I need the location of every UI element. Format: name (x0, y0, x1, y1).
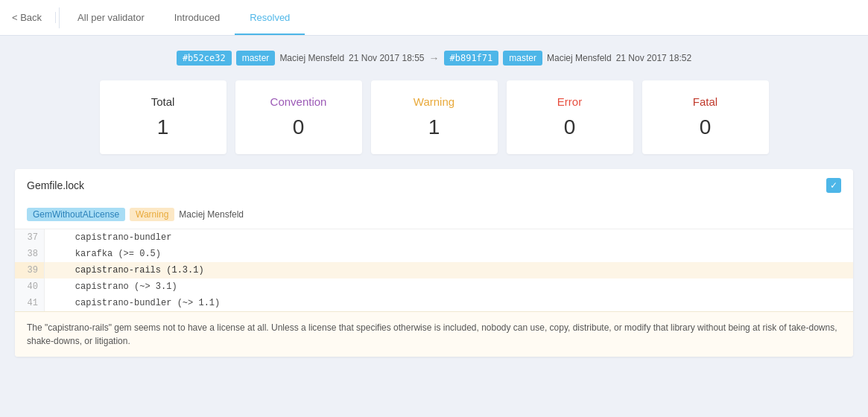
line-content: capistrano (~> 3.1) (45, 278, 853, 295)
line-number: 39 (15, 262, 45, 278)
code-line: 41 capistrano-bundler (~> 1.1) (15, 295, 853, 311)
line-number: 37 (15, 229, 45, 246)
code-line: 40 capistrano (~> 3.1) (15, 278, 853, 295)
file-tags: GemWithoutALicense Warning Maciej Mensfe… (15, 208, 853, 229)
total-label: Total (122, 95, 204, 108)
code-line: 38 karafka (>= 0.5) (15, 246, 853, 262)
warning-label: Warning (393, 95, 475, 108)
convention-label: Convention (258, 95, 340, 108)
warning-value: 1 (393, 115, 475, 139)
left-commit-author: Maciej Mensfeld (279, 53, 344, 63)
code-line: 39 capistrano-rails (1.3.1) (15, 262, 853, 278)
tab-resolved[interactable]: Resolved (235, 0, 305, 35)
file-name: Gemfile.lock (27, 179, 84, 191)
top-nav: < Back All per validator Introduced Reso… (0, 0, 868, 36)
tag-gem[interactable]: GemWithoutALicense (27, 208, 125, 221)
stat-card-total: Total 1 (100, 80, 226, 154)
right-branch-badge: master (503, 51, 542, 66)
right-commit-time: 21 Nov 2017 18:52 (616, 53, 691, 63)
code-block: 37 capistrano-bundler38 karafka (>= 0.5)… (15, 229, 853, 311)
line-content: capistrano-bundler (45, 229, 853, 246)
error-label: Error (529, 95, 611, 108)
right-commit-author: Maciej Mensfeld (547, 53, 612, 63)
description-text: The "capistrano-rails" gem seems not to … (27, 322, 837, 346)
left-branch-badge: master (236, 51, 276, 66)
line-number: 40 (15, 278, 45, 295)
commit-bar: #b52ce32 master Maciej Mensfeld 21 Nov 2… (15, 51, 853, 66)
tag-warning-badge[interactable]: Warning (130, 208, 174, 221)
line-number: 41 (15, 295, 45, 311)
tag-author: Maciej Mensfeld (179, 209, 244, 220)
stat-card-warning: Warning 1 (371, 80, 498, 154)
line-content: karafka (>= 0.5) (45, 246, 853, 262)
stat-card-convention: Convention 0 (235, 80, 362, 154)
line-content: capistrano-bundler (~> 1.1) (45, 295, 853, 311)
stat-cards: Total 1 Convention 0 Warning 1 Error 0 F… (15, 80, 853, 154)
stat-card-error: Error 0 (507, 80, 633, 154)
left-commit-hash[interactable]: #b52ce32 (177, 51, 232, 66)
main-content: #b52ce32 master Maciej Mensfeld 21 Nov 2… (0, 36, 868, 372)
tab-all-per-validator[interactable]: All per validator (63, 0, 159, 35)
checkbox-icon: ✓ (830, 180, 837, 191)
code-line: 37 capistrano-bundler (15, 229, 853, 246)
stat-card-fatal: Fatal 0 (642, 80, 769, 154)
nav-tabs: All per validator Introduced Resolved (63, 0, 305, 35)
line-content: capistrano-rails (1.3.1) (45, 262, 853, 278)
tab-introduced[interactable]: Introduced (159, 0, 235, 35)
fatal-label: Fatal (665, 95, 747, 108)
nav-separator (59, 7, 60, 28)
arrow-icon: → (429, 52, 440, 64)
file-checkbox[interactable]: ✓ (826, 178, 841, 193)
fatal-value: 0 (665, 115, 747, 139)
file-header: Gemfile.lock ✓ (15, 169, 853, 202)
back-button[interactable]: < Back (12, 12, 56, 23)
file-section: Gemfile.lock ✓ GemWithoutALicense Warnin… (15, 169, 853, 357)
total-value: 1 (122, 115, 204, 139)
back-label: < Back (12, 12, 42, 23)
line-number: 38 (15, 246, 45, 262)
error-value: 0 (529, 115, 611, 139)
left-commit-time: 21 Nov 2017 18:55 (349, 53, 424, 63)
description-box: The "capistrano-rails" gem seems not to … (15, 311, 853, 357)
right-commit-hash[interactable]: #b891f71 (444, 51, 499, 66)
convention-value: 0 (258, 115, 340, 139)
